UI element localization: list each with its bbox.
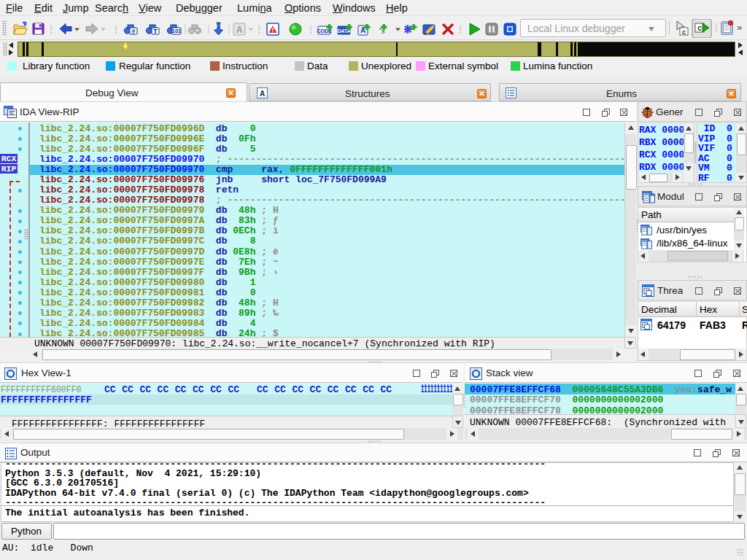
svg-text:T: T [153, 27, 158, 35]
svg-text:c: c [682, 28, 686, 36]
svg-text:A: A [260, 90, 265, 98]
svg-text:c: c [697, 24, 702, 32]
svg-text:101: 101 [172, 28, 182, 34]
svg-text:»: » [737, 22, 742, 33]
svg-text:#: # [131, 28, 135, 35]
svg-text:A: A [236, 25, 243, 35]
